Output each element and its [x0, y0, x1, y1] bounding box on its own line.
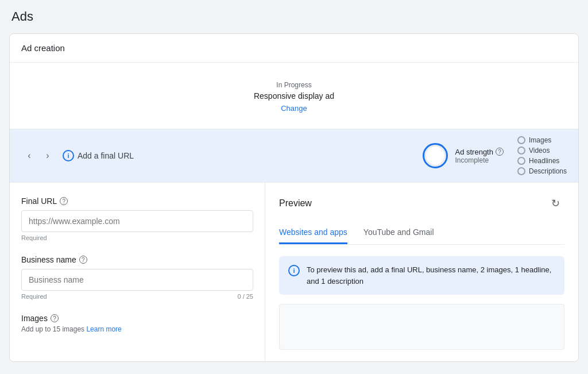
business-name-group: Business name ? Required 0 / 25 [21, 255, 253, 300]
ad-strength-label: Ad strength ? [455, 148, 504, 156]
preview-header: Preview ↻ [279, 194, 564, 213]
final-url-label: Final URL ? [21, 196, 253, 206]
page-title: Ads [9, 9, 579, 24]
images-sublabel: Add up to 15 images Learn more [21, 325, 253, 333]
info-banner-text: To preview this ad, add a final URL, bus… [307, 264, 555, 287]
main-content: Final URL ? Required Business name ? Req… [10, 183, 578, 361]
card-header: Ad creation [10, 34, 578, 63]
final-url-group: Final URL ? Required [21, 196, 253, 241]
checklist-radio-headlines [517, 157, 525, 165]
checklist-item-images: Images [517, 136, 567, 144]
preview-tabs: Websites and apps YouTube and Gmail [279, 222, 564, 245]
final-url-hint: Required [21, 234, 253, 241]
checklist-items: Images Videos Headlines Descriptions [517, 136, 567, 175]
preview-title: Preview [279, 198, 312, 209]
images-section: Images ? Add up to 15 images Learn more [21, 314, 253, 333]
prev-arrow-button[interactable]: ‹ [21, 148, 37, 164]
nav-bar: ‹ › i Add a final URL Ad strength ? Inco… [10, 129, 578, 183]
nav-arrows: ‹ › [21, 148, 56, 164]
checklist-radio-descriptions [517, 167, 525, 175]
ad-strength-help-icon[interactable]: ? [496, 148, 504, 156]
images-label: Images ? [21, 314, 253, 323]
tab-websites-and-apps[interactable]: Websites and apps [279, 222, 347, 244]
nav-info-icon: i [63, 150, 74, 161]
ad-creation-card: Ad creation In Progress Responsive displ… [9, 33, 579, 362]
next-arrow-button[interactable]: › [40, 148, 56, 164]
ad-strength-inner [425, 145, 446, 166]
checklist-item-headlines: Headlines [517, 157, 567, 165]
ad-status-section: In Progress Responsive display ad Change [10, 63, 578, 129]
business-name-input[interactable] [21, 269, 253, 291]
preview-info-banner: i To preview this ad, add a final URL, b… [279, 256, 564, 295]
checklist-radio-videos [517, 146, 525, 155]
checklist-item-videos: Videos [517, 146, 567, 155]
ad-type-label: Responsive display ad [254, 91, 334, 101]
images-help-icon[interactable]: ? [51, 314, 59, 322]
final-url-help-icon[interactable]: ? [60, 197, 68, 205]
checklist-radio-images [517, 136, 525, 144]
info-banner-icon: i [288, 265, 300, 276]
business-name-label: Business name ? [21, 255, 253, 264]
nav-info: i Add a final URL [63, 150, 134, 161]
final-url-input[interactable] [21, 210, 253, 232]
learn-more-link[interactable]: Learn more [86, 325, 121, 333]
right-panel: Preview ↻ Websites and apps YouTube and … [265, 183, 578, 361]
preview-placeholder [279, 304, 564, 350]
business-name-help-icon[interactable]: ? [79, 256, 87, 264]
checklist-item-descriptions: Descriptions [517, 167, 567, 175]
left-panel: Final URL ? Required Business name ? Req… [10, 183, 265, 361]
status-label: In Progress [276, 81, 311, 89]
nav-url-label: Add a final URL [78, 151, 134, 160]
tab-youtube-and-gmail[interactable]: YouTube and Gmail [363, 222, 434, 244]
refresh-button[interactable]: ↻ [546, 194, 564, 213]
change-link[interactable]: Change [281, 104, 307, 113]
ad-strength-info: Ad strength ? Incomplete [455, 148, 504, 164]
ad-strength-section: Ad strength ? Incomplete Images Videos H… [423, 136, 567, 175]
ad-strength-sublabel: Incomplete [455, 156, 504, 164]
business-name-hint: Required 0 / 25 [21, 293, 253, 300]
ad-strength-circle [423, 143, 448, 168]
